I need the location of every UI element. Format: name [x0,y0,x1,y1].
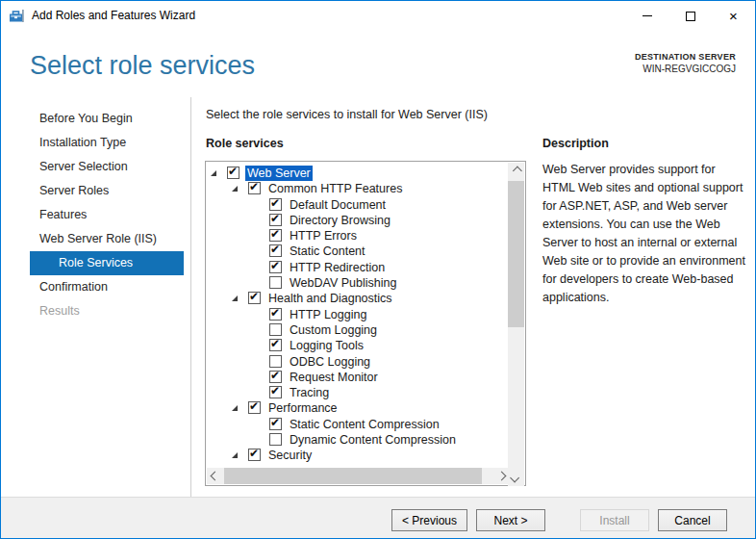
tree-row-web-server[interactable]: ✔ Web Server [207,166,508,181]
tree-rows: ✔ Web Server ✔ Common HTTP Features ✔ De… [207,163,508,468]
sidebar-item-web-server-role-iis[interactable]: Web Server Role (IIS) [1,227,190,251]
tree-item-label[interactable]: WebDAV Publishing [288,275,398,291]
tree-item-label[interactable]: Performance [266,400,340,416]
tree-expander-icon[interactable] [232,405,238,411]
tree-checkbox[interactable] [269,355,282,368]
tree-checkbox[interactable]: ✔ [269,308,282,321]
tree-row-odbc-logging[interactable]: ODBC Logging [207,354,508,370]
tree-item-label[interactable]: Web Server [245,166,313,181]
scroll-down-button[interactable] [508,470,524,486]
cancel-button[interactable]: Cancel [658,509,727,531]
scroll-right-button[interactable] [493,468,510,484]
tree-checkbox[interactable]: ✔ [269,339,282,351]
close-icon: × [729,9,738,23]
tree-item-label[interactable]: Tracing [288,385,331,400]
tree-row-static-content-compression[interactable]: ✔ Static Content Compression [207,417,508,432]
minimize-icon [643,15,652,16]
tree-row-common-http-features[interactable]: ✔ Common HTTP Features [207,181,508,196]
tree-checkbox[interactable]: ✔ [248,182,261,194]
checkmark-icon: ✔ [270,259,280,272]
description-heading: Description [542,137,749,150]
tree-item-label[interactable]: Health and Diagnostics [266,291,394,306]
role-services-label: Role services [206,137,284,150]
tree-row-security[interactable]: ✔ Security [207,448,508,463]
tree-row-directory-browsing[interactable]: ✔ Directory Browsing [207,213,508,228]
tree-item-label[interactable]: HTTP Logging [288,307,368,322]
tree-row-webdav-publishing[interactable]: WebDAV Publishing [207,275,508,291]
tree-checkbox[interactable]: ✔ [269,229,282,242]
sidebar-item-installation-type[interactable]: Installation Type [1,131,190,155]
sidebar-item-server-selection[interactable]: Server Selection [1,155,190,179]
horizontal-scroll-thumb[interactable] [224,468,482,484]
tree-checkbox[interactable]: ✔ [269,418,282,430]
tree-checkbox[interactable]: ✔ [269,244,282,257]
tree-item-label[interactable]: Static Content [288,244,367,259]
tree-row-http-errors[interactable]: ✔ HTTP Errors [207,228,508,244]
sidebar-item-features[interactable]: Features [1,203,190,227]
tree-checkbox[interactable] [269,433,282,446]
sidebar-item-label: Results [39,304,80,318]
tree-checkbox[interactable] [269,276,282,289]
sidebar-item-results[interactable]: Results [1,299,190,323]
tree-checkbox[interactable]: ✔ [269,371,282,383]
tree-item-label[interactable]: HTTP Redirection [288,260,387,275]
tree-checkbox[interactable]: ✔ [248,401,261,414]
tree-checkbox[interactable] [269,323,282,336]
tree-expander-icon[interactable] [232,452,238,458]
checkmark-icon: ✔ [270,416,280,429]
tree-row-tracing[interactable]: ✔ Tracing [207,385,508,400]
next-button[interactable]: Next > [476,509,545,531]
tree-item-label[interactable]: Dynamic Content Compression [288,432,458,448]
tree-item-label[interactable]: Custom Logging [288,322,379,338]
tree-item-label[interactable]: Default Document [288,197,388,213]
tree-row-request-monitor[interactable]: ✔ Request Monitor [207,370,508,385]
sidebar-nav: Before You BeginInstallation TypeServer … [1,107,190,323]
previous-button[interactable]: < Previous [391,509,467,531]
maximize-button[interactable] [668,1,712,31]
tree-row-http-redirection[interactable]: ✔ HTTP Redirection [207,260,508,275]
tree-item-label[interactable]: Request Monitor [288,370,380,385]
tree-checkbox[interactable]: ✔ [269,198,282,211]
minimize-button[interactable] [625,1,668,31]
sidebar-item-server-roles[interactable]: Server Roles [1,179,190,203]
sidebar-item-label: Installation Type [39,136,126,149]
scroll-left-button[interactable] [207,468,223,484]
tree-item-label[interactable]: Logging Tools [288,338,365,353]
horizontal-scrollbar[interactable] [207,468,510,484]
tree-checkbox[interactable]: ✔ [269,214,282,226]
tree-row-static-content[interactable]: ✔ Static Content [207,244,508,259]
checkmark-icon: ✔ [270,243,280,256]
tree-row-health-and-diagnostics[interactable]: ✔ Health and Diagnostics [207,291,508,306]
tree-checkbox[interactable]: ✔ [248,449,261,461]
tree-item-label[interactable]: Static Content Compression [288,417,441,432]
vertical-scroll-thumb[interactable] [508,181,524,327]
tree-expander-icon[interactable] [232,295,238,301]
tree-checkbox[interactable]: ✔ [227,167,239,179]
tree-row-http-logging[interactable]: ✔ HTTP Logging [207,307,508,322]
tree-row-logging-tools[interactable]: ✔ Logging Tools [207,338,508,353]
tree-item-label[interactable]: ODBC Logging [288,354,372,370]
tree-row-dynamic-content-compression[interactable]: Dynamic Content Compression [207,432,508,448]
sidebar-item-role-services[interactable]: Role Services [30,251,184,275]
tree-checkbox[interactable]: ✔ [248,292,261,304]
vertical-scrollbar[interactable] [508,163,524,486]
tree-row-default-document[interactable]: ✔ Default Document [207,197,508,213]
tree-expander-icon[interactable] [211,170,216,176]
tree-item-label[interactable]: Security [266,448,314,463]
tree-item-label[interactable]: Common HTTP Features [266,181,404,196]
tree-checkbox[interactable]: ✔ [269,386,282,398]
install-button[interactable]: Install [580,509,649,531]
tree-row-custom-logging[interactable]: Custom Logging [207,322,508,338]
sidebar-item-confirmation[interactable]: Confirmation [1,275,190,299]
sidebar-item-label: Web Server Role (IIS) [39,232,157,245]
tree-item-label[interactable]: Directory Browsing [288,213,392,228]
close-button[interactable]: × [712,1,755,31]
tree-expander-icon[interactable] [232,186,238,192]
tree-row-performance[interactable]: ✔ Performance [207,400,508,416]
checkmark-icon: ✔ [249,290,259,303]
tree-item-label[interactable]: HTTP Errors [288,228,359,244]
chevron-left-icon [211,472,220,481]
sidebar-item-before-you-begin[interactable]: Before You Begin [1,107,190,131]
tree-checkbox[interactable]: ✔ [269,261,282,273]
scroll-up-button[interactable] [508,163,524,179]
